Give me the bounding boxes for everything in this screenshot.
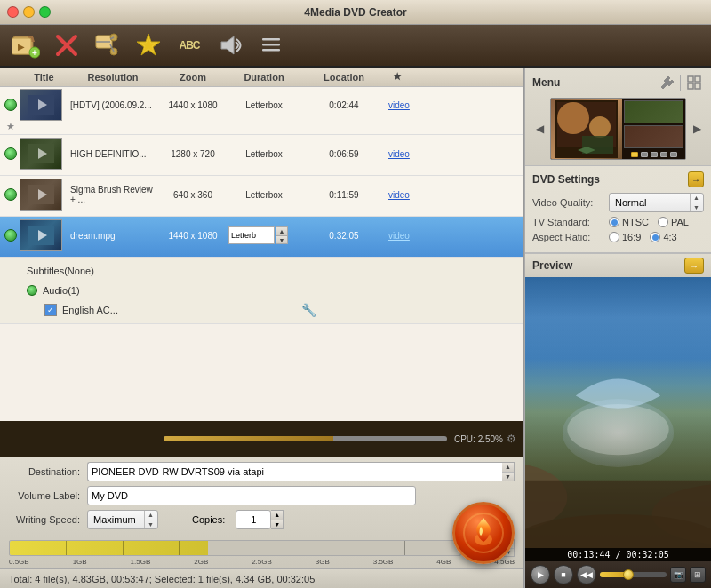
- col-header-title[interactable]: Title: [20, 72, 68, 83]
- audio-button[interactable]: [213, 28, 247, 62]
- wrench-icon[interactable]: 🔧: [301, 303, 316, 317]
- volume-input[interactable]: [87, 486, 416, 505]
- location-link[interactable]: video: [388, 190, 410, 200]
- burn-button[interactable]: [452, 502, 515, 564]
- audio-checkbox[interactable]: ✓: [44, 304, 57, 316]
- destination-spinner[interactable]: ▲ ▼: [502, 462, 515, 481]
- menu-title: Menu: [532, 76, 560, 89]
- col-header-zoom[interactable]: Zoom: [157, 72, 228, 83]
- trim-button[interactable]: [91, 28, 124, 62]
- menu-grid-button[interactable]: [684, 73, 704, 92]
- storage-tick-1.5: 1.5GB: [131, 558, 151, 566]
- col-header-duration[interactable]: Duration: [228, 72, 300, 83]
- menu-dot-4[interactable]: [660, 152, 667, 157]
- row-resolution: 1440 x 1080: [157, 231, 228, 241]
- menu-next-button[interactable]: ▶: [690, 122, 704, 136]
- audio-track-item[interactable]: ✓ English AC... 🔧: [27, 300, 523, 320]
- col-header-resolution[interactable]: Resolution: [68, 72, 157, 83]
- settings-list-button[interactable]: [254, 28, 288, 62]
- menu-dot-3[interactable]: [651, 152, 658, 157]
- location-link[interactable]: video: [388, 231, 410, 241]
- col-header-location[interactable]: Location: [300, 72, 388, 83]
- effects-button[interactable]: [132, 28, 165, 62]
- prev-frame-button[interactable]: ◀◀: [577, 565, 596, 584]
- chapter-title-button[interactable]: ABC: [172, 28, 206, 62]
- aspect-ratio-radio-group: 16:9 4:3: [609, 232, 677, 242]
- copies-down-button[interactable]: ▼: [271, 520, 283, 529]
- seek-bar[interactable]: [600, 572, 667, 577]
- seek-thumb[interactable]: [623, 569, 634, 580]
- audio-item[interactable]: Audio(1): [27, 281, 523, 300]
- tv-standard-radio-group: NTSC PAL: [609, 217, 689, 227]
- maximize-button[interactable]: [39, 6, 51, 18]
- svg-rect-19: [262, 49, 280, 52]
- svg-point-37: [589, 116, 611, 138]
- stop-button[interactable]: ■: [554, 565, 573, 584]
- menu-dot-2[interactable]: [641, 152, 648, 157]
- aspect-16-9-radio[interactable]: 16:9: [609, 232, 641, 242]
- quality-down-arrow[interactable]: ▼: [691, 203, 702, 212]
- row-resolution: 1280 x 720: [157, 149, 228, 159]
- fullscreen-button[interactable]: ⊞: [690, 567, 706, 583]
- left-panel: Title Resolution Zoom Duration Location …: [0, 68, 524, 588]
- zoom-up-button[interactable]: ▲: [276, 227, 287, 236]
- row-filename: [HDTV] (2006.09.2...: [68, 100, 157, 110]
- zoom-input[interactable]: [228, 226, 275, 244]
- file-table: Title Resolution Zoom Duration Location …: [0, 68, 523, 421]
- audio-label: Audio(1): [43, 285, 80, 296]
- menu-preview-area: ◀: [532, 98, 704, 160]
- row-filename: dream.mpg: [68, 231, 157, 241]
- minimize-button[interactable]: [23, 6, 35, 18]
- window-controls[interactable]: [7, 6, 51, 18]
- ntsc-radio[interactable]: NTSC: [609, 217, 649, 227]
- play-button[interactable]: ▶: [531, 565, 550, 584]
- copies-input[interactable]: [236, 510, 271, 529]
- close-button[interactable]: [7, 6, 19, 18]
- aspect-16-9-label: 16:9: [622, 232, 641, 242]
- table-row-selected[interactable]: dream.mpg 1440 x 1080 ▲ ▼ 0:32:05 video: [0, 217, 523, 258]
- menu-tools-button[interactable]: [657, 73, 676, 92]
- menu-dot-5[interactable]: [670, 152, 677, 157]
- svg-rect-43: [525, 481, 711, 548]
- audio-track-label: English AC...: [62, 305, 118, 315]
- aspect-4-3-radio[interactable]: 4:3: [650, 232, 676, 242]
- preview-expand-button[interactable]: →: [684, 258, 704, 274]
- menu-prev-button[interactable]: ◀: [532, 122, 547, 136]
- row-thumbnail: [20, 138, 68, 170]
- table-row[interactable]: Sigma Brush Review + ... 640 x 360 Lette…: [0, 176, 523, 217]
- quality-up-arrow[interactable]: ▲: [691, 194, 702, 203]
- destination-label: Destination:: [9, 466, 80, 477]
- zoom-spinner[interactable]: ▲ ▼: [276, 226, 288, 244]
- table-row[interactable]: [HDTV] (2006.09.2... 1440 x 1080 Letterb…: [0, 87, 523, 135]
- menu-dot-1[interactable]: [631, 152, 638, 157]
- copies-up-button[interactable]: ▲: [271, 511, 283, 520]
- location-link[interactable]: video: [388, 100, 410, 110]
- dvd-settings-expand-button[interactable]: →: [688, 171, 704, 187]
- svg-rect-32: [688, 83, 693, 89]
- speed-up-arrow[interactable]: ▲: [145, 511, 156, 520]
- row-thumbnail: [20, 89, 68, 121]
- right-panel: Menu: [524, 68, 711, 588]
- row-location[interactable]: video: [388, 190, 406, 200]
- table-row[interactable]: HIGH DEFINITIO... 1280 x 720 Letterbox 0…: [0, 135, 523, 176]
- dest-down-button[interactable]: ▼: [502, 473, 514, 481]
- storage-tick-4: 4GB: [436, 558, 451, 566]
- menu-divider: [680, 75, 681, 91]
- speed-arrows: ▲ ▼: [144, 511, 156, 528]
- add-video-button[interactable]: ▶ +: [9, 28, 43, 62]
- row-location[interactable]: video: [388, 231, 406, 241]
- dest-up-button[interactable]: ▲: [502, 463, 514, 473]
- screenshot-button[interactable]: 📷: [670, 567, 686, 583]
- row-star: ★: [2, 121, 20, 132]
- destination-input[interactable]: [87, 462, 502, 481]
- row-location[interactable]: video: [388, 149, 406, 159]
- location-link[interactable]: video: [388, 149, 410, 159]
- zoom-down-button[interactable]: ▼: [276, 236, 287, 244]
- svg-text:▶: ▶: [18, 42, 25, 52]
- pal-radio[interactable]: PAL: [658, 217, 689, 227]
- remove-button[interactable]: [50, 28, 84, 62]
- tv-standard-row: TV Standard: NTSC PAL: [532, 217, 704, 227]
- row-location[interactable]: video: [388, 100, 406, 110]
- speed-down-arrow[interactable]: ▼: [145, 520, 156, 529]
- abc-label: ABC: [180, 39, 200, 52]
